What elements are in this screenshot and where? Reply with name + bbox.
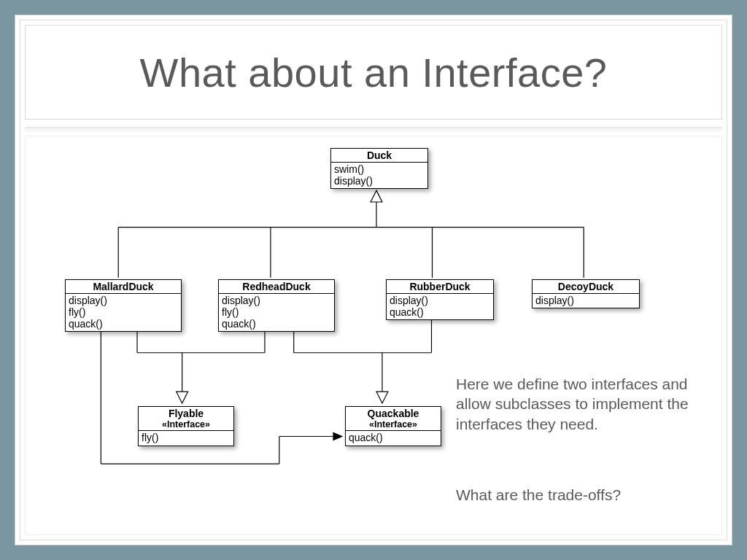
- slide-title: What about an Interface?: [140, 49, 608, 96]
- divider: [25, 127, 722, 132]
- uml-class-decoy: DecoyDuck display(): [532, 279, 640, 308]
- caption-text-1: Here we define two interfaces and allow …: [456, 374, 711, 434]
- method: fly(): [222, 306, 331, 318]
- svg-marker-0: [371, 190, 382, 202]
- class-name: RedheadDuck: [242, 281, 310, 292]
- stereotype: «Interface»: [142, 419, 231, 429]
- method: display(): [69, 295, 178, 306]
- slide-frame: What about an Interface?: [0, 0, 747, 560]
- title-box: What about an Interface?: [25, 25, 722, 120]
- interface-name: Quackable: [368, 408, 419, 419]
- method: quack(): [69, 318, 178, 330]
- method: fly(): [69, 306, 178, 318]
- method: swim(): [334, 163, 425, 175]
- method: display(): [535, 295, 636, 306]
- interface-name: Flyable: [169, 408, 204, 419]
- slide-inner: What about an Interface?: [20, 20, 727, 540]
- uml-class-duck: Duck swim() display(): [330, 148, 428, 189]
- method: display(): [390, 295, 490, 306]
- svg-marker-13: [177, 392, 188, 403]
- method: fly(): [142, 432, 231, 443]
- method: display(): [334, 175, 425, 187]
- slide: What about an Interface?: [15, 15, 732, 545]
- uml-class-redhead: RedheadDuck display() fly() quack(): [218, 279, 335, 332]
- method: quack(): [390, 306, 490, 318]
- method: quack(): [349, 432, 438, 443]
- method: display(): [222, 295, 331, 306]
- class-name: RubberDuck: [409, 281, 470, 292]
- connectors: [26, 136, 721, 534]
- class-name: DecoyDuck: [558, 281, 614, 292]
- uml-class-mallard: MallardDuck display() fly() quack(): [65, 279, 182, 332]
- svg-marker-21: [376, 392, 388, 403]
- class-name: Duck: [367, 149, 392, 161]
- uml-class-rubber: RubberDuck display() quack(): [386, 279, 494, 320]
- class-name: MallardDuck: [93, 281, 153, 292]
- svg-marker-16: [333, 432, 343, 441]
- caption-text-2: What are the trade-offs?: [456, 485, 711, 505]
- method: quack(): [222, 318, 331, 330]
- uml-interface-flyable: Flyable «Interface» fly(): [138, 406, 234, 446]
- stereotype: «Interface»: [349, 419, 438, 429]
- uml-interface-quackable: Quackable «Interface» quack(): [345, 406, 441, 446]
- diagram-area: Duck swim() display() MallardDuck displa…: [25, 136, 722, 535]
